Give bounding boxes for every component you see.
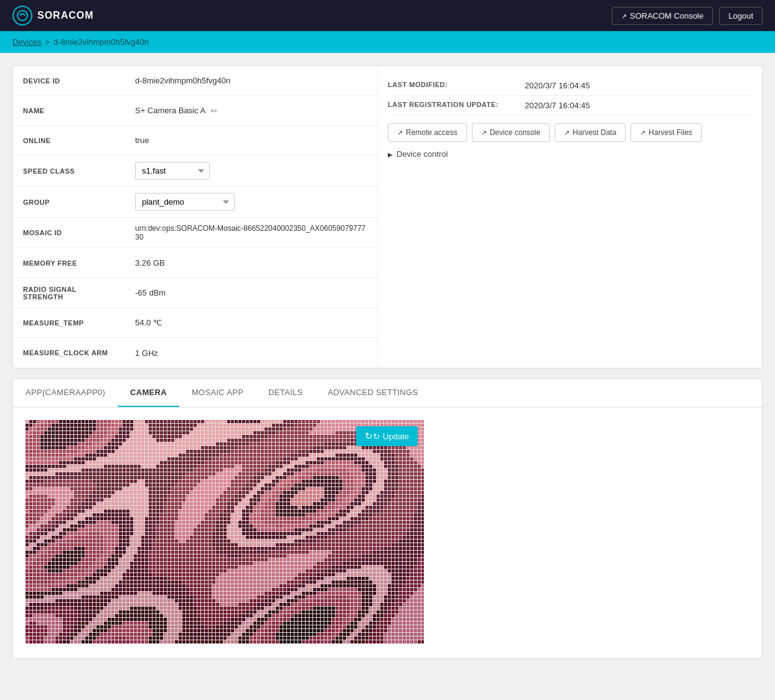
tab-advanced[interactable]: ADVANCED SETTINGS — [315, 379, 430, 407]
device-id-label: DEVICE ID — [13, 71, 125, 91]
svg-point-0 — [17, 11, 27, 21]
device-console-icon — [481, 128, 487, 137]
breadcrumb-current: d-8mie2vihmpm0h5fvg40n — [54, 37, 149, 47]
external-link-icon — [621, 11, 627, 21]
remote-access-icon — [397, 128, 403, 137]
last-reg-label: LAST REGISTRATION UPDATE: — [388, 101, 525, 110]
device-clock-row: MEASURE_CLOCK ARM 1 GHz — [13, 338, 377, 368]
device-info-left: DEVICE ID d-8mie2vihmpm0h5fvg40n NAME S+… — [13, 66, 378, 368]
device-memory-value: 3.26 GB — [125, 252, 175, 274]
device-group-value: plant_demo — [125, 187, 245, 217]
last-modified-value: 2020/3/7 16:04:45 — [525, 81, 590, 90]
device-radio-value: -65 dBm — [125, 282, 176, 304]
device-id-row: DEVICE ID d-8mie2vihmpm0h5fvg40n — [13, 66, 377, 96]
device-card: DEVICE ID d-8mie2vihmpm0h5fvg40n NAME S+… — [12, 65, 763, 368]
tabs-card: APP(CAMERAAPP0) CAMERA MOSAIC APP DETAIL… — [12, 378, 763, 659]
tab-mosaic[interactable]: MOSAIC APP — [179, 379, 256, 407]
device-mosaic-row: MOSAIC ID urn:dev:ops:SORACOM-Mosaic-866… — [13, 218, 377, 248]
harvest-data-icon — [564, 128, 570, 137]
device-name-label: NAME — [13, 101, 125, 121]
camera-container: ↻ Update — [26, 420, 424, 644]
tab-content-camera: ↻ Update — [13, 408, 762, 658]
device-name-value: S+ Camera Basic A — [125, 100, 228, 122]
logo-icon — [12, 6, 32, 26]
device-mosaic-label: MOSAIC ID — [13, 223, 125, 243]
tabs-header: APP(CAMERAAPP0) CAMERA MOSAIC APP DETAIL… — [13, 379, 762, 408]
last-reg-value: 2020/3/7 16:04:45 — [525, 101, 590, 110]
device-temp-value: 54.0 ℃ — [125, 312, 172, 334]
device-speed-value: s1.fast s1.standard s1.slow — [125, 156, 220, 186]
device-info-right: LAST MODIFIED: 2020/3/7 16:04:45 LAST RE… — [378, 66, 762, 368]
device-radio-label: RADIO SIGNAL STRENGTH — [13, 279, 125, 307]
update-button[interactable]: ↻ Update — [356, 426, 418, 446]
device-group-row: GROUP plant_demo — [13, 187, 377, 218]
main-header: SORACOM SORACOM Console Logout — [0, 0, 775, 31]
harvest-files-icon — [640, 128, 646, 137]
action-buttons: Remote access Device console Harvest Dat… — [388, 123, 752, 142]
device-console-button[interactable]: Device console — [472, 123, 550, 142]
main-content: DEVICE ID d-8mie2vihmpm0h5fvg40n NAME S+… — [0, 53, 775, 671]
logout-button[interactable]: Logout — [719, 7, 763, 25]
tab-camera[interactable]: CAMERA — [118, 379, 179, 407]
device-control-toggle[interactable]: Device control — [388, 149, 752, 159]
refresh-icon: ↻ — [365, 431, 380, 442]
breadcrumb-devices-link[interactable]: Devices — [12, 37, 41, 47]
device-online-label: ONLINE — [13, 131, 125, 151]
device-radio-row: RADIO SIGNAL STRENGTH -65 dBm — [13, 278, 377, 308]
breadcrumb-separator: > — [45, 37, 50, 47]
device-speed-row: SPEED CLASS s1.fast s1.standard s1.slow — [13, 156, 377, 187]
console-button[interactable]: SORACOM Console — [612, 7, 713, 25]
last-reg-row: LAST REGISTRATION UPDATE: 2020/3/7 16:04… — [388, 96, 752, 116]
header-actions: SORACOM Console Logout — [612, 7, 763, 25]
device-clock-value: 1 GHz — [125, 342, 168, 364]
logo: SORACOM — [12, 6, 94, 26]
device-group-label: GROUP — [13, 192, 125, 212]
logo-text: SORACOM — [37, 10, 94, 21]
group-select[interactable]: plant_demo — [135, 193, 235, 211]
last-modified-label: LAST MODIFIED: — [388, 81, 525, 90]
device-id-value: d-8mie2vihmpm0h5fvg40n — [125, 70, 240, 91]
device-temp-row: MEASURE_TEMP 54.0 ℃ — [13, 308, 377, 338]
last-modified-row: LAST MODIFIED: 2020/3/7 16:04:45 — [388, 76, 752, 96]
device-temp-label: MEASURE_TEMP — [13, 313, 125, 333]
device-online-row: ONLINE true — [13, 126, 377, 156]
tab-details[interactable]: DETAILS — [256, 379, 315, 407]
device-clock-label: MEASURE_CLOCK ARM — [13, 343, 125, 363]
tab-app[interactable]: APP(CAMERAAPP0) — [13, 379, 118, 407]
chevron-right-icon — [388, 149, 393, 159]
edit-name-icon[interactable] — [210, 106, 218, 116]
device-name-row: NAME S+ Camera Basic A — [13, 96, 377, 126]
device-memory-row: MEMORY FREE 3.26 GB — [13, 248, 377, 278]
camera-canvas — [26, 420, 424, 644]
device-online-value: true — [125, 129, 159, 151]
device-memory-label: MEMORY FREE — [13, 253, 125, 273]
device-mosaic-value: urn:dev:ops:SORACOM-Mosaic-8665220400023… — [125, 218, 377, 248]
speed-class-select[interactable]: s1.fast s1.standard s1.slow — [135, 162, 210, 180]
breadcrumb: Devices > d-8mie2vihmpm0h5fvg40n — [0, 31, 775, 53]
harvest-files-button[interactable]: Harvest Files — [631, 123, 702, 142]
camera-preview — [26, 420, 424, 644]
device-speed-label: SPEED CLASS — [13, 161, 125, 181]
harvest-data-button[interactable]: Harvest Data — [555, 123, 626, 142]
remote-access-button[interactable]: Remote access — [388, 123, 467, 142]
